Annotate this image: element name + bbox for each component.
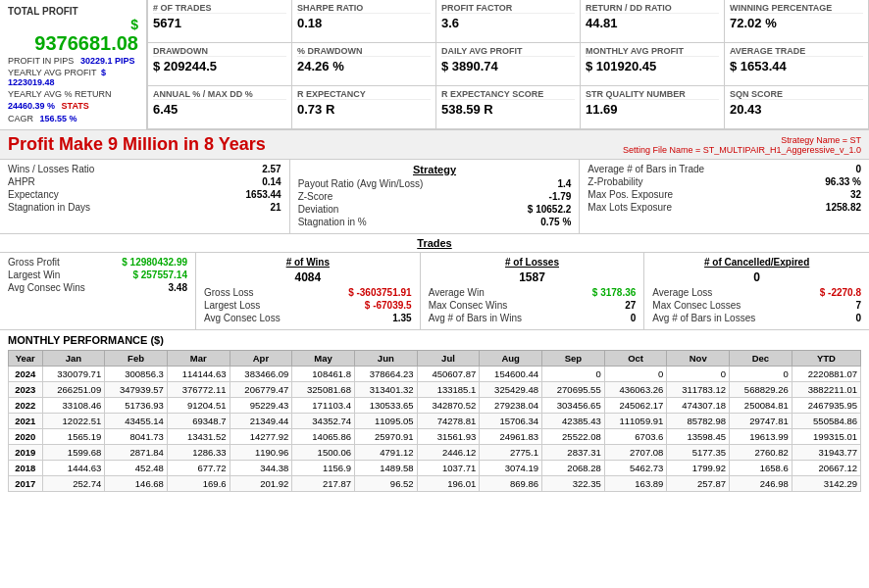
trades-c1-row-2: Avg Consec Loss1.35 xyxy=(204,313,412,323)
strat-right-val-0: 0 xyxy=(855,164,861,174)
strat-mid-val-2: $ 10652.2 xyxy=(528,204,572,215)
trades-c2-header: # of Losses xyxy=(429,257,637,268)
strat-right-row-0: Average # of Bars in Trade0 xyxy=(588,164,861,174)
tr-key-2: Avg # of Bars in Losses xyxy=(652,313,755,323)
monthly-cell-7-0: 252.74 xyxy=(42,476,105,492)
monthly-cell-5-3: 1190.96 xyxy=(230,445,292,461)
monthly-cell-0-10: 0 xyxy=(667,367,730,382)
monthly-cell-5-7: 2775.1 xyxy=(480,445,542,461)
monthly-cell-4-10: 13598.45 xyxy=(667,429,730,445)
monthly-cell-2-0: 33108.46 xyxy=(42,398,105,414)
monthly-cell-1-9: 436063.26 xyxy=(604,382,667,398)
monthly-cell-4-5: 25970.91 xyxy=(354,429,417,445)
monthly-row-7: 2017252.74146.68169.6201.92217.8796.5219… xyxy=(9,476,861,492)
cagr-val: 156.55 % xyxy=(40,114,77,123)
monthly-cell-2-7: 279238.04 xyxy=(480,398,542,414)
strategy-middle: Strategy Payout Ratio (Avg Win/Loss)1.4Z… xyxy=(289,160,581,233)
monthly-col-1: Jan xyxy=(42,351,105,367)
monthly-col-11: Nov xyxy=(667,351,730,367)
strat-right-key-1: Z-Probability xyxy=(588,176,642,187)
monthly-cell-5-4: 1500.06 xyxy=(292,445,355,461)
trades-right-row-2: Avg # of Bars in Losses0 xyxy=(652,313,861,323)
total-profit-label: TOTAL PROFIT xyxy=(8,6,138,17)
monthly-cell-7-2: 169.6 xyxy=(167,476,230,492)
strat-left-key-2: Expectancy xyxy=(8,189,59,200)
stat-val-13: 11.69 xyxy=(586,102,719,117)
monthly-cell-5-1: 2871.84 xyxy=(105,445,168,461)
monthly-cell-6-9: 5462.73 xyxy=(604,461,667,476)
strat-mid-val-1: -1.79 xyxy=(549,191,572,202)
banner-text: Profit Make 9 Million in 8 Years xyxy=(8,134,266,155)
monthly-cell-1-8: 270695.55 xyxy=(542,382,605,398)
trades-c2-row-2: Avg # of Bars in Wins0 xyxy=(429,313,637,323)
tc1-val-0: $ -3603751.91 xyxy=(348,287,412,298)
monthly-cell-3-11: 29747.81 xyxy=(730,414,792,429)
stat-label-11: R EXPECTANCY xyxy=(297,89,431,100)
stat-val-6: 24.26 % xyxy=(297,59,431,74)
monthly-cell-1-12: 3882211.01 xyxy=(792,382,860,398)
setting-file-label: Setting File Name = ST_MULTIPAIR_H1_Agge… xyxy=(623,145,861,155)
strat-right-key-3: Max Lots Exposure xyxy=(588,202,672,213)
monthly-cell-6-7: 3074.19 xyxy=(480,461,542,476)
tr-val-0: $ -2270.8 xyxy=(820,287,861,298)
yearly-avg-return-label: YEARLY AVG % RETURN xyxy=(8,89,112,99)
monthly-cell-0-11: 0 xyxy=(730,367,792,382)
strat-right-key-0: Average # of Bars in Trade xyxy=(588,164,704,174)
strat-mid-row-2: Deviation$ 10652.2 xyxy=(298,204,572,215)
monthly-cell-3-12: 550584.86 xyxy=(792,414,860,429)
strat-left-val-0: 2.57 xyxy=(262,164,281,174)
stat-cell-9: AVERAGE TRADE$ 1653.44 xyxy=(725,43,869,86)
tl-key-2: Avg Consec Wins xyxy=(8,282,85,293)
strat-right-row-1: Z-Probability96.33 % xyxy=(588,176,861,187)
monthly-cell-1-5: 313401.32 xyxy=(354,382,417,398)
trades-c2-val: 1587 xyxy=(429,270,637,284)
monthly-cell-3-2: 69348.7 xyxy=(167,414,230,429)
stat-cell-4: WINNING PERCENTAGE72.02 % xyxy=(725,0,869,43)
strat-mid-row-3: Stagnation in %0.75 % xyxy=(298,217,572,227)
monthly-cell-0-2: 114144.63 xyxy=(167,367,230,382)
monthly-cell-6-0: 1444.63 xyxy=(42,461,105,476)
monthly-cell-5-8: 2837.31 xyxy=(542,445,605,461)
monthly-cell-5-9: 2707.08 xyxy=(604,445,667,461)
yearly-avg-return-val-row: 24460.39 % STATS xyxy=(8,101,138,111)
monthly-cell-3-5: 11095.05 xyxy=(354,414,417,429)
stat-cell-3: RETURN / DD RATIO44.81 xyxy=(581,0,725,43)
monthly-cell-6-11: 1658.6 xyxy=(730,461,792,476)
monthly-col-13: YTD xyxy=(792,351,860,367)
strat-right-row-3: Max Lots Exposure1258.82 xyxy=(588,202,861,213)
monthly-cell-7-12: 3142.29 xyxy=(792,476,860,492)
tl-key-0: Gross Profit xyxy=(8,257,60,268)
monthly-row-2: 202233108.4651736.9391204.5195229.431711… xyxy=(9,398,861,414)
monthly-cell-6-8: 2068.28 xyxy=(542,461,605,476)
monthly-cell-7-8: 322.35 xyxy=(542,476,605,492)
monthly-cell-0-6: 450607.87 xyxy=(417,367,480,382)
strat-mid-val-3: 0.75 % xyxy=(540,217,571,227)
monthly-cell-4-1: 8041.73 xyxy=(105,429,168,445)
stats-label: STATS xyxy=(62,101,89,111)
monthly-cell-0-0: 330079.71 xyxy=(42,367,105,382)
monthly-cell-0-9: 0 xyxy=(604,367,667,382)
strategy-right: Average # of Bars in Trade0Z-Probability… xyxy=(580,160,869,233)
tc2-key-0: Average Win xyxy=(429,287,485,298)
stat-label-14: SQN SCORE xyxy=(730,89,863,100)
monthly-cell-1-7: 325429.48 xyxy=(480,382,542,398)
monthly-section: MONTHLY PERFORMANCE ($) YearJanFebMarApr… xyxy=(0,330,869,496)
yearly-avg-profit-row: YEARLY AVG PROFIT $ 1223019.48 xyxy=(8,68,138,87)
monthly-row-1: 2023266251.09347939.57376772.11206779.47… xyxy=(9,382,861,398)
monthly-cell-7-5: 96.52 xyxy=(354,476,417,492)
monthly-cell-2-9: 245062.17 xyxy=(604,398,667,414)
monthly-cell-5-12: 31943.77 xyxy=(792,445,860,461)
profit-pips-row: PROFIT IN PIPS 30229.1 PIPS xyxy=(8,56,138,66)
strategy-header: Strategy xyxy=(298,164,572,175)
monthly-cell-6-12: 20667.12 xyxy=(792,461,860,476)
monthly-year-3: 2021 xyxy=(9,414,43,429)
monthly-cell-2-4: 171103.4 xyxy=(292,398,355,414)
stat-val-14: 20.43 xyxy=(730,102,863,117)
monthly-col-0: Year xyxy=(9,351,43,367)
trades-c1-header: # of Wins xyxy=(204,257,412,268)
monthly-cell-3-8: 42385.43 xyxy=(542,414,605,429)
monthly-cell-3-7: 15706.34 xyxy=(480,414,542,429)
monthly-cell-1-1: 347939.57 xyxy=(105,382,168,398)
monthly-cell-3-4: 34352.74 xyxy=(292,414,355,429)
tc1-key-1: Largest Loss xyxy=(204,300,260,311)
